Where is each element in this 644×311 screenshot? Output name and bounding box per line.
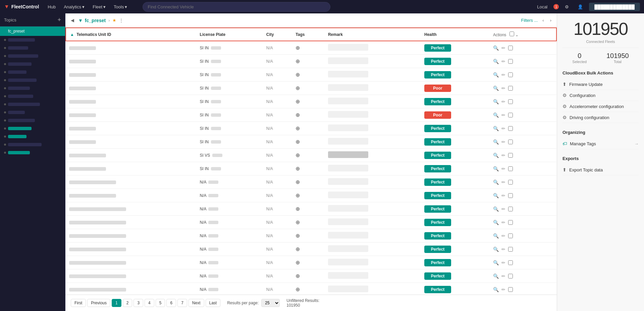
- row-search-icon[interactable]: 🔍: [493, 273, 499, 279]
- next-page-button[interactable]: Next: [189, 299, 204, 307]
- row-edit-icon[interactable]: ✏: [501, 59, 505, 64]
- sidebar-item-15[interactable]: [0, 149, 65, 157]
- sidebar-item-13[interactable]: [0, 133, 65, 141]
- row-search-icon[interactable]: 🔍: [493, 287, 499, 292]
- add-tag-button[interactable]: ⊕: [296, 45, 300, 51]
- sidebar-item-14[interactable]: [0, 141, 65, 149]
- row-edit-icon[interactable]: ✏: [501, 112, 505, 118]
- notification-badge[interactable]: 1: [553, 4, 559, 9]
- export-topic-action[interactable]: ⬆ Export Topic data: [562, 164, 639, 175]
- add-tag-button[interactable]: ⊕: [296, 152, 300, 158]
- row-search-icon[interactable]: 🔍: [493, 247, 499, 252]
- cell-tags[interactable]: ⊕: [292, 95, 325, 108]
- cell-tags[interactable]: ⊕: [292, 216, 325, 229]
- cell-tags[interactable]: ⊕: [292, 189, 325, 202]
- user-icon[interactable]: 👤: [575, 3, 586, 11]
- row-checkbox[interactable]: [508, 46, 513, 50]
- sidebar-item-12[interactable]: [0, 124, 65, 133]
- row-edit-icon[interactable]: ✏: [501, 193, 505, 198]
- nav-fleet[interactable]: Fleet ▾: [89, 2, 109, 11]
- row-checkbox[interactable]: [508, 72, 513, 77]
- row-edit-icon[interactable]: ✏: [501, 166, 505, 171]
- sidebar-item-5[interactable]: [0, 68, 65, 76]
- add-tag-button[interactable]: ⊕: [296, 72, 300, 77]
- row-search-icon[interactable]: 🔍: [493, 59, 499, 64]
- row-edit-icon[interactable]: ✏: [501, 45, 505, 51]
- add-tag-button[interactable]: ⊕: [296, 58, 300, 64]
- row-search-icon[interactable]: 🔍: [493, 72, 499, 77]
- cell-tags[interactable]: ⊕: [292, 41, 325, 55]
- add-tag-button[interactable]: ⊕: [296, 125, 300, 131]
- expand-col-icon[interactable]: ⌄: [515, 33, 519, 37]
- page-2-button[interactable]: 2: [123, 299, 132, 307]
- row-edit-icon[interactable]: ✏: [501, 179, 505, 185]
- cell-tags[interactable]: ⊕: [292, 55, 325, 68]
- cell-tags[interactable]: ⊕: [292, 162, 325, 175]
- nav-analytics[interactable]: Analytics ▾: [60, 2, 88, 11]
- add-tag-button[interactable]: ⊕: [296, 219, 300, 225]
- cell-tags[interactable]: ⊕: [292, 243, 325, 256]
- row-edit-icon[interactable]: ✏: [501, 247, 505, 252]
- sidebar-item-9[interactable]: [0, 100, 65, 108]
- row-checkbox[interactable]: [508, 59, 513, 64]
- vehicle-search-input[interactable]: [143, 2, 330, 12]
- col-remark[interactable]: Remark: [325, 28, 421, 41]
- row-checkbox[interactable]: [508, 220, 513, 225]
- add-tag-button[interactable]: ⊕: [296, 287, 300, 292]
- row-edit-icon[interactable]: ✏: [501, 72, 505, 77]
- sidebar-item-6[interactable]: [0, 76, 65, 84]
- page-7-button[interactable]: 7: [177, 299, 187, 307]
- accelerometer-action[interactable]: ⚙ Accelerometer configuration: [562, 101, 639, 112]
- row-edit-icon[interactable]: ✏: [501, 287, 505, 292]
- row-checkbox[interactable]: [508, 234, 513, 238]
- row-checkbox[interactable]: [508, 193, 513, 198]
- per-page-select[interactable]: 25 50 100: [261, 299, 280, 307]
- row-edit-icon[interactable]: ✏: [501, 86, 505, 91]
- add-tag-button[interactable]: ⊕: [296, 193, 300, 198]
- row-search-icon[interactable]: 🔍: [493, 126, 499, 131]
- row-search-icon[interactable]: 🔍: [493, 153, 499, 158]
- col-telematics-id[interactable]: ▲ Telematics Unit ID: [66, 28, 197, 41]
- row-edit-icon[interactable]: ✏: [501, 260, 505, 265]
- add-topic-button[interactable]: +: [57, 17, 61, 23]
- sidebar-item-fc-preset[interactable]: fc_preset: [0, 27, 65, 36]
- filters-button[interactable]: Filters ...: [521, 18, 538, 23]
- cell-tags[interactable]: ⊕: [292, 82, 325, 95]
- sidebar-item-4[interactable]: [0, 60, 65, 68]
- row-checkbox[interactable]: [508, 99, 513, 104]
- row-search-icon[interactable]: 🔍: [493, 139, 499, 145]
- first-page-button[interactable]: First: [71, 299, 86, 307]
- row-checkbox[interactable]: [508, 140, 513, 144]
- row-edit-icon[interactable]: ✏: [501, 153, 505, 158]
- add-tag-button[interactable]: ⊕: [296, 112, 300, 118]
- sidebar-item-7[interactable]: [0, 84, 65, 92]
- sidebar-item-3[interactable]: [0, 52, 65, 60]
- row-edit-icon[interactable]: ✏: [501, 220, 505, 225]
- row-search-icon[interactable]: 🔍: [493, 220, 499, 225]
- add-tag-button[interactable]: ⊕: [296, 166, 300, 171]
- row-edit-icon[interactable]: ✏: [501, 233, 505, 239]
- row-search-icon[interactable]: 🔍: [493, 206, 499, 212]
- cell-tags[interactable]: ⊕: [292, 108, 325, 122]
- last-page-button[interactable]: Last: [206, 299, 221, 307]
- row-search-icon[interactable]: 🔍: [493, 99, 499, 104]
- row-edit-icon[interactable]: ✏: [501, 99, 505, 104]
- driving-config-action[interactable]: ⚙ Driving configuration: [562, 112, 639, 123]
- cell-tags[interactable]: ⊕: [292, 149, 325, 162]
- sub-nav-left-arrow[interactable]: ◀: [69, 16, 75, 24]
- page-1-button[interactable]: 1: [112, 299, 121, 307]
- col-license-plate[interactable]: License Plate: [197, 28, 263, 41]
- nav-tools[interactable]: Tools ▾: [110, 2, 130, 11]
- col-health[interactable]: Health: [421, 28, 490, 41]
- nav-hub[interactable]: Hub: [44, 2, 59, 11]
- page-6-button[interactable]: 6: [166, 299, 176, 307]
- add-tag-button[interactable]: ⊕: [296, 139, 300, 145]
- sub-nav-right-arrow[interactable]: ›: [549, 16, 553, 24]
- row-checkbox[interactable]: [508, 247, 513, 252]
- cell-tags[interactable]: ⊕: [292, 175, 325, 189]
- row-checkbox[interactable]: [508, 274, 513, 278]
- manage-tags-action[interactable]: 🏷 Manage Tags →: [562, 138, 639, 149]
- row-edit-icon[interactable]: ✏: [501, 206, 505, 212]
- select-all-checkbox[interactable]: [509, 32, 514, 36]
- row-edit-icon[interactable]: ✏: [501, 273, 505, 279]
